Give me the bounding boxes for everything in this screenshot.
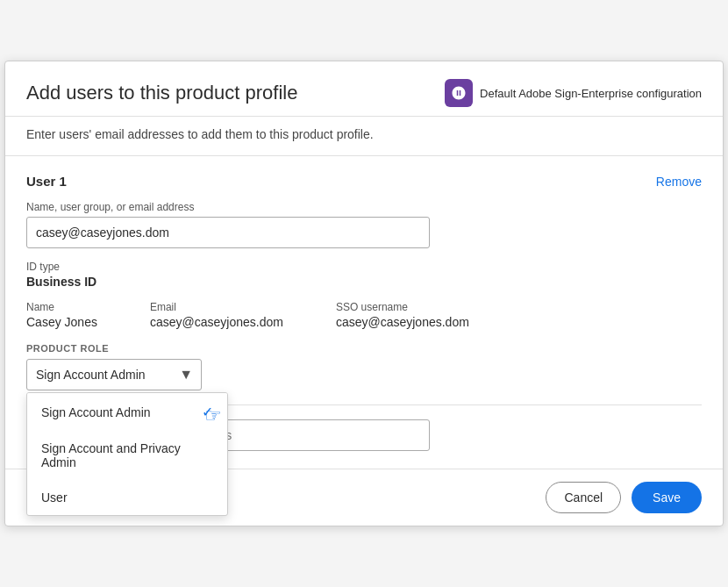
- adobe-sign-icon: [445, 79, 473, 107]
- badge-text: Default Adobe Sign-Enterprise configurat…: [480, 87, 702, 100]
- user-label: User 1: [26, 174, 67, 189]
- product-role-select[interactable]: Sign Account Admin Sign Account and Priv…: [26, 359, 202, 390]
- name-col-value: Casey Jones: [26, 315, 97, 329]
- name-col-header: Name: [26, 301, 97, 313]
- name-field-label: Name, user group, or email address: [26, 201, 702, 213]
- id-type-label: ID type: [26, 261, 702, 273]
- email-col-header: Email: [150, 301, 283, 313]
- checkmark-icon: ✓ ☞: [202, 404, 213, 420]
- product-role-dropdown-wrapper: Sign Account Admin Sign Account and Priv…: [26, 359, 202, 390]
- product-role-dropdown-menu: Sign Account Admin ✓ ☞ Sign Account and …: [26, 392, 228, 516]
- user-section-header: User 1 Remove: [26, 174, 702, 189]
- save-button[interactable]: Save: [632, 482, 702, 513]
- dropdown-item-sign-admin[interactable]: Sign Account Admin ✓ ☞: [27, 393, 227, 431]
- id-type-section: ID type Business ID: [26, 261, 702, 289]
- dropdown-item-label: Sign Account and Privacy Admin: [41, 441, 213, 469]
- sso-col-header: SSO username: [336, 301, 469, 313]
- cancel-button[interactable]: Cancel: [546, 482, 621, 513]
- dropdown-item-privacy-admin[interactable]: Sign Account and Privacy Admin: [27, 431, 227, 480]
- user-info-row: Name Casey Jones Email casey@caseyjones.…: [26, 301, 702, 329]
- name-email-input[interactable]: [26, 217, 430, 248]
- email-col: Email casey@caseyjones.dom: [150, 301, 283, 329]
- product-role-label: PRODUCT ROLE: [26, 343, 702, 354]
- sso-col: SSO username casey@caseyjones.dom: [336, 301, 469, 329]
- modal-header: Add users to this product profile Defaul…: [5, 61, 723, 117]
- name-field-group: Name, user group, or email address: [26, 201, 702, 248]
- subtitle-text: Enter users' email addresses to add them…: [5, 117, 723, 156]
- id-type-value: Business ID: [26, 275, 702, 289]
- modal-window: Add users to this product profile Defaul…: [4, 61, 724, 526]
- cursor-icon: ☞: [204, 404, 222, 427]
- modal-content: User 1 Remove Name, user group, or email…: [5, 156, 723, 469]
- dropdown-item-user[interactable]: User: [27, 480, 227, 515]
- sso-col-value: casey@caseyjones.dom: [336, 315, 469, 329]
- dropdown-item-label: Sign Account Admin: [41, 405, 151, 419]
- header-badge: Default Adobe Sign-Enterprise configurat…: [445, 79, 702, 107]
- dropdown-item-label: User: [41, 490, 68, 505]
- email-col-value: casey@caseyjones.dom: [150, 315, 283, 329]
- product-role-section: PRODUCT ROLE Sign Account Admin Sign Acc…: [26, 343, 702, 390]
- name-col: Name Casey Jones: [26, 301, 97, 329]
- remove-button[interactable]: Remove: [656, 175, 702, 189]
- modal-title: Add users to this product profile: [26, 82, 445, 104]
